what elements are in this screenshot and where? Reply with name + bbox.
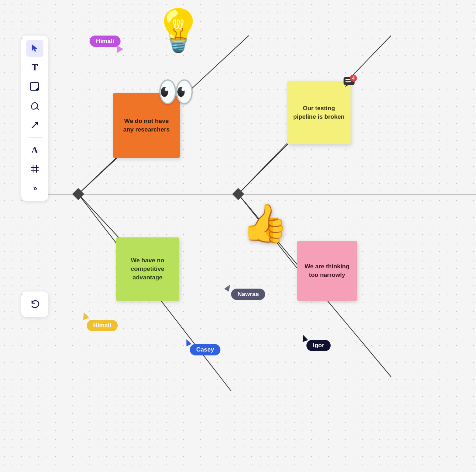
cursor-igor: Igor [306, 340, 331, 351]
diagram-lines [0, 0, 476, 472]
sticky-note-pink[interactable]: We are thinking too narrowly [297, 241, 357, 301]
undo-button[interactable] [26, 296, 43, 313]
thumbsup-sticker: 👍 [242, 204, 288, 242]
sticky-note-yellow[interactable]: 4 Our testing pipeline is broken [287, 81, 351, 144]
text-tool-button[interactable]: T [26, 59, 43, 76]
svg-text:A: A [31, 145, 38, 155]
select-tool-button[interactable] [26, 40, 43, 57]
canvas[interactable]: T A [0, 0, 476, 472]
eyes-sticker: 👀 [157, 76, 195, 107]
lightbulb-sticker: 💡 [153, 10, 204, 51]
svg-line-7 [238, 144, 288, 194]
cursor-nawras: Nawras [231, 289, 265, 300]
cursor-himali-bottom: Himali [87, 320, 118, 331]
toolbar: T A [21, 36, 48, 201]
font-tool-button[interactable]: A [26, 141, 43, 158]
cursor-casey: Casey [190, 344, 220, 355]
toolbar-divider [28, 137, 42, 138]
undo-toolbar [21, 291, 48, 317]
sticky-note-green[interactable]: We have no competitive advantage [116, 237, 179, 301]
cursor-himali-top: Himali [90, 36, 121, 47]
more-tools-button[interactable]: » [26, 179, 43, 197]
sticky-tool-button[interactable] [26, 78, 43, 95]
arrow-tool-button[interactable] [26, 117, 43, 134]
comment-badge[interactable]: 4 [343, 77, 355, 90]
comment-count: 4 [350, 75, 357, 82]
comment-icon: 4 [343, 77, 355, 90]
shape-tool-button[interactable] [26, 97, 43, 114]
frame-tool-button[interactable] [26, 160, 43, 177]
